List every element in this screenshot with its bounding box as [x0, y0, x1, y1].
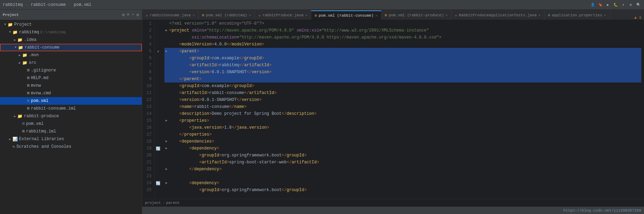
sidebar-gear-icon[interactable]: ⚙	[136, 12, 139, 18]
breadcrumb-sep: ›	[162, 201, 165, 205]
tab-rabbitProduce[interactable]: ☕ rabbitProduce.java ✕	[255, 10, 311, 20]
fold-arrow-5[interactable]: ▶	[164, 48, 169, 55]
code-token	[169, 180, 189, 187]
tab-icon-rabbitProduceTests: ☕	[455, 13, 457, 17]
line-number-24: 24	[145, 180, 152, 187]
tab-close-rabbitProduce[interactable]: ✕	[305, 13, 307, 17]
code-token: >	[207, 89, 209, 96]
code-token: >	[439, 34, 441, 41]
code-token: artifactId	[244, 62, 269, 69]
code-token: groupId	[182, 83, 199, 89]
tree-item-src[interactable]: ▶ 📁 src	[0, 59, 142, 67]
tab-pomRabbitProduce[interactable]: m pom.xml (rabbit-produce) ✕	[381, 10, 452, 20]
code-token: </	[229, 83, 234, 89]
tree-item-idea[interactable]: ▶ 📁 .idea	[0, 36, 142, 44]
tree-item-rabbit-produce[interactable]: ▶ 📁 rabbit-produce	[0, 112, 142, 120]
tree-item-mvnwcmd[interactable]: m mvnw.cmd	[0, 89, 142, 97]
tab-icon-pomRabbitmq: m	[202, 13, 204, 17]
tab-close-rabbitProduceTests[interactable]: ✕	[539, 13, 541, 17]
fold-arrow-19[interactable]: ▶	[164, 145, 169, 152]
tree-item-iml2[interactable]: m rabbitmq.iml	[0, 128, 142, 135]
tree-item-project[interactable]: ▼ 📁 Project	[0, 21, 142, 28]
user-icon[interactable]: 👤	[590, 2, 595, 8]
code-token: description	[182, 110, 209, 117]
sidebar-split-icon[interactable]: ÷	[131, 12, 134, 18]
code-token: "http://www.w3.org/2001/XMLSchema-instan…	[321, 27, 429, 34]
tree-item-rabbitmq[interactable]: ▼ 📁 rabbitmq E:\rabbitmq	[0, 28, 142, 36]
tab-pomRabbitConsume[interactable]: m pom.xml (rabbit-consume) ✕	[311, 10, 381, 20]
bookmark-icon[interactable]: 🔖	[598, 2, 603, 8]
tab-label-rabbitConsume: rabbitConsume.java	[150, 13, 191, 17]
gutter-line-15	[155, 117, 162, 124]
fold-arrow-15[interactable]: ▶	[164, 117, 169, 124]
code-token	[169, 187, 199, 194]
code-token	[169, 41, 179, 48]
tab-close-pomRabbitmq[interactable]: ✕	[249, 13, 251, 17]
code-token: properties	[184, 131, 209, 138]
tab-appProps[interactable]: ⚙ application.properties ✕	[544, 10, 610, 20]
code-token: java.version	[237, 124, 266, 131]
code-token: <	[179, 138, 182, 145]
code-content[interactable]: <?xml version="1.0" encoding="UTF-8"?>▶<…	[162, 20, 644, 199]
line-number-2: 2	[145, 27, 152, 34]
code-line-10: <groupId>com.example</groupId>	[164, 83, 641, 89]
tree-arrow-rabbitmq: ▼	[8, 31, 12, 34]
title-bar-right: 👤 🔖 ▶ 🐛 ⬆ ⚙ 🔍	[590, 2, 641, 8]
settings-icon[interactable]: ⚙	[628, 2, 634, 8]
fold-arrow-2[interactable]: ▶	[164, 27, 169, 34]
tree-item-scratches[interactable]: ✎ Scratches and Consoles	[0, 143, 142, 151]
code-token: com.example	[212, 55, 239, 62]
fold-arrow-24[interactable]: ▶	[164, 180, 169, 187]
tree-label-project: Project	[14, 22, 32, 27]
code-token: </	[244, 89, 249, 96]
code-token	[169, 124, 189, 131]
code-token: artifactId	[202, 159, 227, 166]
tab-label-pomRabbitProduce: pom.xml (rabbit-produce)	[389, 13, 444, 17]
sidebar-settings-icon[interactable]: ⚙	[122, 12, 125, 18]
code-token: artifactId	[249, 89, 274, 96]
tree-item-rabbit-consume[interactable]: ▼ 📁 rabbit-consume	[0, 44, 142, 51]
code-line-3: xsi:schemaLocation="http://maven.apache.…	[164, 34, 641, 41]
code-token: >	[192, 103, 194, 110]
tree-item-mvn[interactable]: ▶ 📁 .mvn	[0, 51, 142, 59]
tab-close-pomRabbitConsume[interactable]: ✕	[375, 14, 377, 18]
code-token: groupId	[286, 187, 304, 194]
folder-icon-rabbitmq: 📁	[12, 30, 18, 35]
tree-item-helpmd[interactable]: m HELP.md	[0, 74, 142, 82]
tab-close-pomRabbitProduce[interactable]: ✕	[446, 13, 448, 17]
tab-rabbitConsume[interactable]: ☕ rabbitConsume.java ✕	[142, 10, 198, 20]
line-number-23: 23	[145, 173, 152, 180]
tree-item-rabbitmqiml[interactable]: m rabbit-consume.iml	[0, 105, 142, 112]
refresh-icon: 🔄	[156, 181, 161, 186]
tree-item-mvnw[interactable]: m mvnw	[0, 82, 142, 89]
tree-item-gitignore[interactable]: m .gitignore	[0, 67, 142, 74]
sidebar-list-icon[interactable]: ≡	[127, 12, 130, 18]
code-line-4: <modelVersion>4.0.0</modelVersion>	[164, 41, 641, 48]
code-token: name	[182, 103, 192, 110]
debug-icon[interactable]: 🐛	[613, 2, 618, 8]
gutter-line-1	[155, 20, 162, 27]
sidebar: Project ⚙ ≡ ÷ ⚙ ▼ 📁 Project ▼ 📁 rabbitm	[0, 10, 142, 214]
code-token: 0.0.1-SNAPSHOT	[202, 96, 237, 103]
tree-item-ext-libs[interactable]: ▶ 📊 External Libraries	[0, 135, 142, 143]
code-token: <	[179, 48, 182, 55]
tree-label-rabbit-produce: rabbit-produce	[24, 114, 59, 119]
tree-arrow-src: ▶	[17, 61, 22, 65]
tab-pomRabbitmq[interactable]: m pom.xml (rabbitmq) ✕	[198, 10, 255, 20]
search-icon[interactable]: 🔍	[636, 2, 641, 8]
gutter-line-21	[155, 159, 162, 166]
code-token: <	[179, 89, 182, 96]
code-line-19: ▶ <dependency>	[164, 145, 641, 152]
tab-rabbitProduceTests[interactable]: ☕ RabbitProduceApplicationTests.java ✕	[452, 10, 544, 20]
run-icon[interactable]: ▶	[605, 2, 611, 8]
gutter-line-24: 🔄	[155, 180, 162, 187]
code-token: artifactId	[292, 159, 317, 166]
tree-item-pom2[interactable]: m pom.xml	[0, 120, 142, 128]
fold-arrow-22[interactable]: ▶	[164, 166, 169, 173]
tree-item-pomxml[interactable]: m pom.xml	[0, 97, 142, 105]
vcs-icon[interactable]: ⬆	[620, 2, 626, 8]
tab-close-rabbitConsume[interactable]: ✕	[192, 13, 195, 17]
fold-arrow-18[interactable]: ▶	[164, 138, 169, 145]
tab-close-appProps[interactable]: ✕	[604, 13, 606, 17]
code-token	[169, 166, 189, 173]
